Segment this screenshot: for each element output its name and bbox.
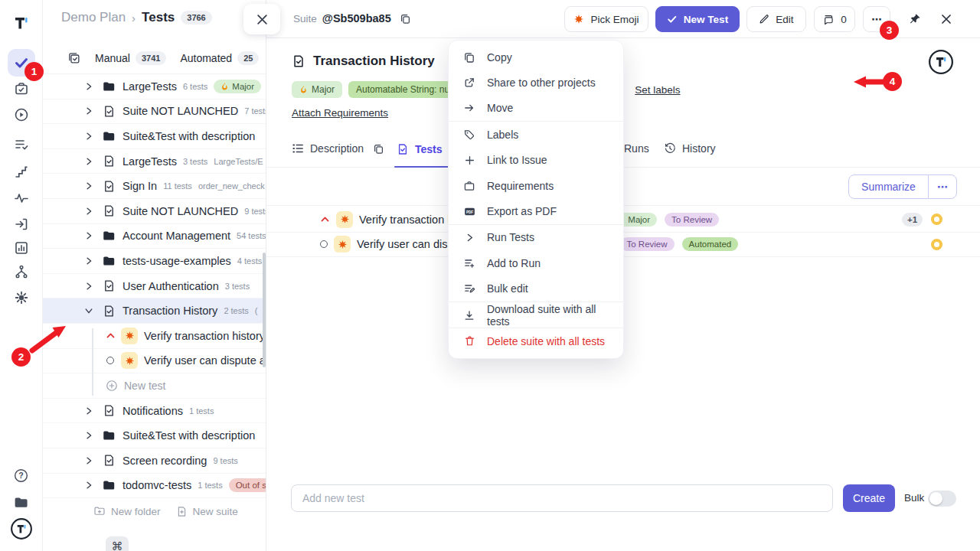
tree-item-suite-test-description[interactable]: Suite&Test with description [43,124,266,149]
tree-item-tests-usage-examples[interactable]: tests-usage-examples 4 tests [43,249,266,274]
chevron-right-icon[interactable] [83,132,95,141]
select-all-icon[interactable] [67,51,81,65]
file-plus-icon [176,506,188,517]
chevron-right-icon[interactable] [83,106,95,116]
chevron-down-icon[interactable] [83,306,95,315]
close-panel-button[interactable] [936,6,957,32]
projects-icon[interactable] [8,488,35,516]
menu-item-link-to-issue[interactable]: Link to Issue [449,148,623,173]
add-new-test-input[interactable] [291,484,833,512]
tree-item-count: 1 tests [198,481,222,490]
menu-item-labels[interactable]: Labels [449,122,623,147]
chevron-right-icon[interactable] [83,181,95,191]
menu-item-copy[interactable]: Copy [449,44,623,70]
tab-description[interactable]: Description [292,142,384,155]
tree-item-suite-not-launched[interactable]: Suite NOT LAUNCHED 7 tests [43,99,266,125]
svg-text:PDF: PDF [466,210,472,214]
rail-branches-icon[interactable] [8,258,35,285]
chevron-right-icon[interactable] [83,431,95,440]
rail-analytics-icon[interactable] [8,184,35,211]
sidebar-tabs: Manual 3741 Automated 25 [43,43,266,74]
copy-suite-id-icon[interactable] [400,13,411,24]
menu-item-run-tests[interactable]: Run Tests [449,225,623,250]
breadcrumb-project[interactable]: Demo Plan [61,10,126,25]
more-labels-badge[interactable]: +1 [902,213,923,227]
tab-manual[interactable]: Manual 3741 [95,51,166,65]
rail-settings-icon[interactable] [8,284,35,311]
tab-history[interactable]: History [664,142,716,155]
pin-button[interactable] [904,6,926,32]
pick-emoji-button[interactable]: Pick Emoji [564,6,648,32]
tree-item-user-authentication[interactable]: User Authentication 3 tests [43,274,266,299]
summarize-button[interactable]: Summarize [849,175,929,198]
create-button[interactable]: Create [843,484,895,512]
new-test-button[interactable]: New Test [655,6,740,32]
chevron-right-icon[interactable] [83,157,95,166]
app-logo[interactable] [8,9,35,37]
tree-item-largetests-suite[interactable]: LargeTests 3 tests LargeTests/E [43,149,266,174]
tree-guide-line [92,328,93,396]
menu-item-add-to-run[interactable]: Add to Run [449,250,623,276]
attach-requirements-link[interactable]: Attach Requirements [292,107,388,119]
label-automatable[interactable]: Automatable String: null [348,81,461,98]
tree-item-notifications[interactable]: Notifications 1 tests [43,399,266,424]
download-icon [462,309,476,321]
tree-item-account-management[interactable]: Account Management 54 tests [43,224,266,249]
menu-item-download-suite[interactable]: Download suite with all tests [449,302,623,328]
chevron-right-icon[interactable] [83,207,95,216]
tree-item-suite-not-launched-2[interactable]: Suite NOT LAUNCHED 9 tests [43,199,266,224]
sidebar-close-button[interactable] [243,4,280,34]
chevron-right-icon[interactable] [83,481,95,490]
menu-item-move[interactable]: Move [449,96,623,121]
comments-button[interactable]: 0 [814,6,855,32]
briefcase-icon [462,180,476,192]
sidebar-scrollbar[interactable] [263,253,266,367]
suite-id: @Sb509ba85 [322,12,391,24]
help-icon[interactable]: ? [8,461,35,489]
tree-test-verify-dispute[interactable]: Verify user can dispute a transaction [43,349,266,374]
copy-description-icon[interactable] [373,143,384,155]
tree-item-sign-in[interactable]: Sign In 11 tests order_new_check [43,174,266,199]
chevron-right-icon[interactable] [83,82,95,91]
tree-test-verify-history[interactable]: Verify transaction history updates in re… [43,324,266,349]
menu-item-export-pdf[interactable]: PDF Export as PDF [449,198,623,223]
tree-item-label: Suite&Test with description [122,429,255,442]
edit-button[interactable]: Edit [746,6,806,32]
breadcrumb-section[interactable]: Tests [142,10,175,25]
status-badge: To Review [665,213,719,227]
pdf-icon: PDF [462,205,476,218]
tree-item-suite-test-description-2[interactable]: Suite&Test with description [43,423,266,448]
priority-dot-icon[interactable] [931,239,942,250]
new-folder-button[interactable]: New folder [93,505,161,517]
new-suite-button[interactable]: New suite [176,506,238,517]
chevron-right-icon[interactable] [83,231,95,240]
tree-item-transaction-history[interactable]: Transaction History 2 tests ( [43,298,266,324]
tree-item-label: tests-usage-examples [122,255,231,267]
menu-item-bulk-edit[interactable]: Bulk edit [449,276,623,302]
rail-results-icon[interactable] [8,131,35,158]
menu-item-share[interactable]: Share to other projects [449,70,623,95]
tab-automated[interactable]: Automated 25 [180,51,259,65]
tree-item-count: 4 tests [237,256,262,266]
list-more-button[interactable]: ⋯ [929,175,956,198]
bulk-toggle[interactable] [928,491,956,507]
tree-item-todomvc-tests[interactable]: todomvc-tests 1 tests Out of scope [43,474,266,499]
new-test-item[interactable]: New test [43,373,266,399]
menu-item-delete-suite[interactable]: Delete suite with all tests [449,328,623,354]
priority-dot-icon[interactable] [931,214,942,225]
label-major[interactable]: Major [292,81,342,98]
tree-item-screen-recording[interactable]: Screen recording 9 tests [43,448,266,474]
command-palette-button[interactable]: ⌘ [106,536,129,551]
account-logo-icon[interactable] [8,515,35,543]
chevron-right-icon[interactable] [83,456,95,465]
set-labels-link[interactable]: Set labels [635,84,680,96]
rail-runs-icon[interactable] [8,101,35,129]
menu-item-requirements[interactable]: Requirements [449,173,623,198]
rail-steps-icon[interactable] [8,158,35,185]
chevron-right-icon[interactable] [83,406,95,416]
folder-icon [101,129,116,143]
testomat-logo-avatar[interactable] [928,49,954,75]
tree-item-largetests-folder[interactable]: LargeTests 6 tests Major [43,74,266,99]
chevron-right-icon[interactable] [83,282,95,291]
chevron-right-icon[interactable] [83,256,95,266]
